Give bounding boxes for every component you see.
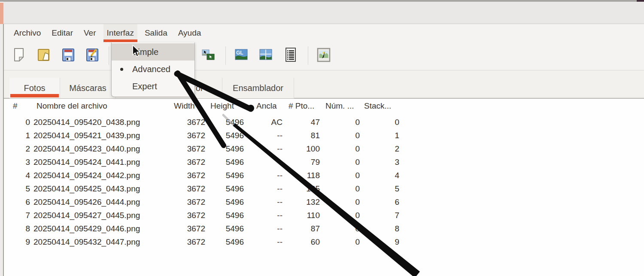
open-project-icon[interactable] (36, 47, 51, 63)
cell: 0 (320, 211, 360, 220)
cell: -- (244, 144, 283, 154)
table-row[interactable]: 120250414_095421_0439.png36725496--8101 (9, 129, 644, 142)
cell: 5496 (205, 144, 244, 154)
tab-label: Fotos (24, 83, 45, 93)
tab-ensamblador[interactable]: Ensamblador (222, 78, 294, 98)
menu-option-label: Advanced (132, 64, 170, 74)
cell: 60 (283, 237, 320, 247)
cell: 5496 (205, 158, 244, 167)
column-header[interactable]: Width (167, 101, 205, 111)
cell: 3672 (167, 158, 205, 167)
cell: 5496 (205, 131, 244, 140)
cell: 3672 (167, 197, 205, 207)
menu-option-simple[interactable]: Simple (112, 43, 194, 61)
menu-item-archivo[interactable]: Archivo (10, 24, 44, 42)
column-header[interactable]: # Pto... (283, 101, 320, 111)
cell: 5496 (205, 184, 244, 194)
column-header[interactable]: Nombre del archivo (30, 101, 167, 111)
tab-fotos[interactable]: Fotos (9, 78, 60, 98)
cell: 3 (9, 158, 30, 167)
table-row[interactable]: 820250414_095429_0446.png36725496--8708 (9, 222, 644, 235)
cell: 110 (283, 211, 320, 220)
cell: 1 (360, 131, 399, 140)
photos-panel: #Nombre del archivoWidthHeightAncla# Pto… (4, 99, 644, 276)
table-row[interactable]: 420250414_095424_0442.png36725496--11804 (9, 169, 644, 182)
cell: 5496 (205, 224, 244, 234)
app-window: { "menubar": { "items": ["Archivo", "Edi… (0, 0, 644, 276)
cell: 0 (320, 184, 360, 194)
cell: 20250414_095424_0442.png (30, 171, 167, 180)
cell: 6 (9, 197, 30, 207)
new-file-icon[interactable] (12, 47, 26, 63)
cell: 3672 (167, 144, 205, 154)
cell: 3672 (167, 171, 205, 180)
menu-option-advanced[interactable]: Advanced (112, 61, 194, 78)
menu-item-editar[interactable]: Editar (48, 24, 76, 42)
toolbar-separator (308, 46, 308, 65)
cell: 2 (9, 144, 30, 154)
cell: 125 (283, 184, 320, 194)
cell: -- (244, 184, 283, 194)
cell: 47 (283, 118, 320, 127)
cell: 8 (9, 224, 30, 234)
control-point-list-icon[interactable] (283, 47, 298, 63)
menu-item-salida[interactable]: Salida (141, 24, 171, 42)
cell: 3672 (167, 237, 205, 247)
save-icon[interactable] (61, 47, 76, 63)
photos-table: #Nombre del archivoWidthHeightAncla# Pto… (9, 99, 644, 249)
menu-item-ayuda[interactable]: Ayuda (175, 24, 205, 42)
cell: 20250414_095425_0443.png (30, 184, 167, 194)
fine-tune-icon[interactable] (201, 47, 216, 63)
table-row[interactable]: 520250414_095425_0443.png36725496--12505 (9, 182, 644, 195)
background-window-edge (0, 3, 3, 24)
cell: 81 (283, 131, 320, 140)
cell: 0 (320, 171, 360, 180)
menu-option-expert[interactable]: Expert (112, 78, 194, 95)
cell: 7 (360, 211, 399, 220)
table-row[interactable]: 620250414_095426_0444.png36725496--13206 (9, 195, 644, 209)
table-row[interactable]: 220250414_095423_0440.png36725496--10002 (9, 142, 644, 155)
menu-item-ver[interactable]: Ver (80, 24, 100, 42)
cell: 0 (320, 224, 360, 234)
table-header-row: #Nombre del archivoWidthHeightAncla# Pto… (9, 99, 644, 113)
cell: 3672 (167, 211, 205, 220)
table-row[interactable]: 720250414_095427_0445.png36725496--11007 (9, 209, 644, 222)
menu-option-label: Expert (132, 82, 157, 91)
cell: 1 (9, 131, 30, 140)
cell: 79 (283, 158, 320, 167)
cell: 0 (360, 118, 399, 127)
cell: 20250414_095424_0441.png (30, 158, 167, 167)
cell: 20250414_095423_0440.png (30, 144, 167, 154)
column-header[interactable]: Ancla (244, 101, 283, 111)
cell: 5496 (205, 171, 244, 180)
table-row[interactable]: 320250414_095424_0441.png36725496--7903 (9, 155, 644, 169)
tab-máscaras[interactable]: Máscaras (60, 78, 116, 98)
save-as-icon[interactable] (85, 47, 100, 63)
window-left-border (0, 24, 4, 276)
column-header[interactable]: Núm. ... (320, 101, 360, 111)
cell: 0 (320, 144, 360, 154)
cell: -- (244, 211, 283, 220)
cell: 87 (283, 224, 320, 234)
column-header[interactable]: Height (205, 101, 244, 111)
gl-preview-icon[interactable]: GL (234, 47, 249, 63)
stitch-icon[interactable] (316, 47, 331, 63)
cell: 0 (320, 158, 360, 167)
cell: 0 (320, 131, 360, 140)
cell: 2 (360, 144, 399, 154)
gl-badge: GL (236, 50, 243, 56)
column-header[interactable]: Stack... (360, 101, 399, 111)
menu-item-interfaz[interactable]: Interfaz (103, 24, 137, 42)
column-header[interactable]: # (9, 101, 30, 111)
titlebar[interactable] (3, 2, 644, 24)
cell: 20250414_095429_0446.png (30, 224, 167, 234)
cell: 6 (360, 197, 399, 207)
preview-icon[interactable] (258, 47, 273, 63)
table-row[interactable]: 920250414_095432_0447.png36725496--6009 (9, 235, 644, 249)
cell: 3 (360, 158, 399, 167)
table-row[interactable]: 020250414_095420_0438.png36725496AC4700 (9, 115, 644, 129)
radio-bullet-icon (120, 68, 123, 71)
cell: 5 (9, 184, 30, 194)
cell: 20250414_095426_0444.png (30, 197, 167, 207)
cell: 132 (283, 197, 320, 207)
